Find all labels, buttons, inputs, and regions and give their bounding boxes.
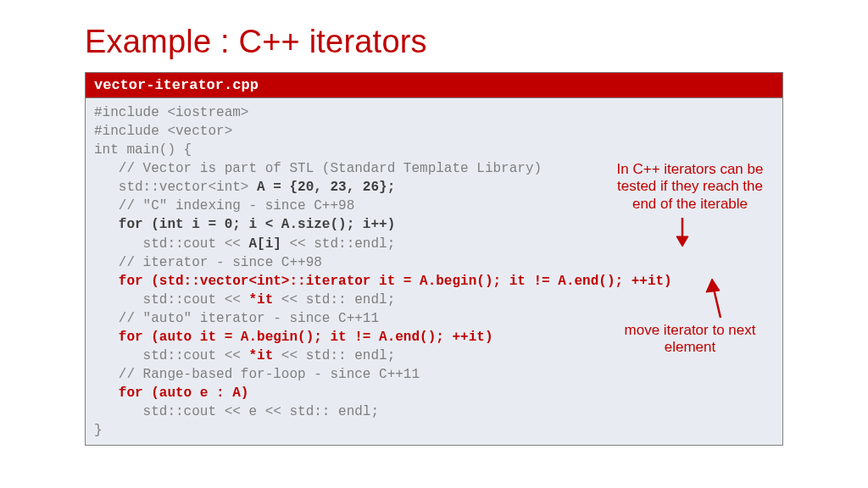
slide-title: Example : C++ iterators — [85, 24, 783, 60]
code-comment: // iterator - since C++98 — [94, 255, 322, 270]
annotation-increment: move iterator to next element — [622, 322, 758, 357]
code-line: std::cout << — [94, 292, 248, 308]
code-line: std::cout << — [94, 348, 248, 363]
code-line: std::vector<int> — [94, 180, 257, 195]
code-line: #include <iostream> — [94, 105, 248, 120]
code-line: } — [94, 423, 103, 438]
code-line: << std:: endl; — [273, 292, 395, 308]
code-comment: // "C" indexing - since C++98 — [94, 198, 354, 214]
code-line: std::cout << — [94, 236, 248, 252]
code-line: std::cout << e << std:: endl; — [94, 404, 379, 419]
svg-marker-3 — [706, 279, 720, 292]
code-block: #include <iostream> #include <vector> in… — [85, 97, 783, 446]
arrow-up-icon — [704, 275, 737, 322]
annotation-end-test: In C++ iterators can be tested if they r… — [605, 161, 775, 213]
code-index: A[i] — [248, 236, 281, 252]
code-auto-loop: for (auto it = A.begin(); it != A.end();… — [94, 330, 492, 345]
code-comment: // "auto" iterator - since C++11 — [94, 311, 379, 326]
code-line: << std::endl; — [281, 236, 395, 252]
code-iterator-loop: for (std::vector<int>::iterator it = A.b… — [94, 274, 672, 289]
code-comment: // Vector is part of STL (Standard Templ… — [94, 161, 542, 176]
code-for-loop: for (int i = 0; i < A.size(); i++) — [94, 217, 395, 232]
code-line: << std:: endl; — [273, 348, 395, 363]
arrow-down-icon — [670, 216, 695, 250]
slide: Example : C++ iterators vector-iterator.… — [0, 0, 868, 446]
code-line: #include <vector> — [94, 124, 232, 139]
code-line: int main() { — [94, 142, 192, 158]
code-declaration: A = {20, 23, 26}; — [257, 180, 395, 195]
svg-line-2 — [714, 289, 721, 318]
code-comment: // Range-based for-loop - since C++11 — [94, 367, 420, 382]
filename-bar: vector-iterator.cpp — [85, 72, 783, 97]
code-deref: *it — [248, 348, 273, 363]
code-range-for: for (auto e : A) — [94, 385, 248, 401]
code-deref: *it — [248, 292, 273, 308]
svg-marker-1 — [676, 236, 688, 247]
